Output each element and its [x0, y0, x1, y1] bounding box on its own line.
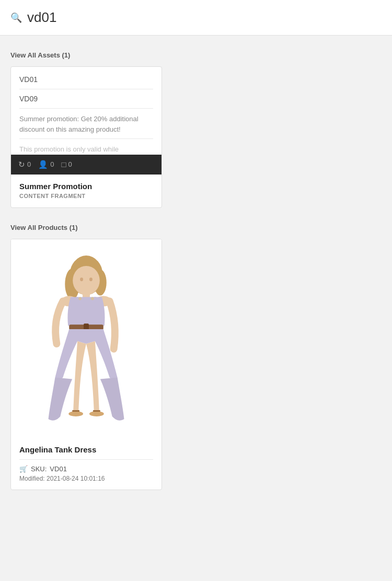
svg-point-18: [78, 297, 82, 300]
svg-point-7: [89, 277, 93, 281]
asset-type: CONTENT FRAGMENT: [19, 193, 153, 199]
main-content: View All Assets (1) VD01 VD09 Summer pro…: [0, 36, 392, 501]
toolbar-item-1: ↻ 0: [18, 160, 31, 169]
asset-card[interactable]: VD01 VD09 Summer promotion: Get 20% addi…: [10, 66, 162, 208]
page-title: vd01: [27, 9, 56, 26]
product-name: Angelina Tank Dress: [19, 445, 153, 454]
cart-icon: 🛒: [19, 465, 28, 473]
asset-card-footer: Summer Promotion CONTENT FRAGMENT: [11, 175, 162, 207]
asset-name: Summer Promotion: [19, 182, 153, 191]
sku-value: VD01: [50, 465, 67, 473]
product-divider: [19, 459, 153, 460]
user-icon: 👤: [38, 160, 48, 169]
product-image-svg: [11, 239, 162, 438]
product-image: [11, 239, 162, 438]
toolbar-item-3: □ 0: [61, 160, 72, 169]
toolbar-count-1: 0: [27, 160, 31, 168]
asset-line-1: VD01: [19, 75, 153, 89]
toolbar-item-2: 👤 0: [38, 160, 54, 169]
svg-point-15: [89, 411, 104, 416]
svg-point-19: [91, 297, 94, 300]
modified-label: Modified:: [19, 475, 45, 482]
header: 🔍 vd01: [0, 0, 392, 36]
asset-description-1: Summer promotion: Get 20% additional dis…: [19, 114, 153, 139]
svg-rect-17: [93, 410, 100, 412]
refresh-icon: ↻: [18, 160, 25, 169]
copy-icon: □: [61, 160, 66, 169]
asset-description-2: This promotion is only valid while: [19, 144, 153, 155]
product-card-footer: Angelina Tank Dress 🛒 SKU: VD01 Modified…: [11, 438, 162, 490]
toolbar-count-3: 0: [68, 160, 72, 168]
products-section-title: View All Products (1): [10, 224, 382, 231]
asset-line-2: VD09: [19, 95, 153, 109]
sku-label: SKU:: [31, 465, 47, 473]
product-card[interactable]: Angelina Tank Dress 🛒 SKU: VD01 Modified…: [10, 239, 162, 490]
product-modified: Modified: 2021-08-24 10:01:16: [19, 475, 153, 482]
svg-rect-16: [72, 410, 79, 412]
svg-point-14: [68, 411, 83, 416]
product-sku-row: 🛒 SKU: VD01: [19, 465, 153, 473]
asset-card-body: VD01 VD09 Summer promotion: Get 20% addi…: [11, 67, 162, 155]
search-icon: 🔍: [10, 12, 22, 24]
assets-section-title: View All Assets (1): [10, 51, 382, 59]
modified-value: 2021-08-24 10:01:16: [47, 475, 105, 482]
svg-point-6: [80, 277, 83, 281]
svg-point-5: [73, 265, 100, 295]
asset-toolbar: ↻ 0 👤 0 □ 0: [11, 155, 162, 175]
toolbar-count-2: 0: [50, 160, 54, 168]
